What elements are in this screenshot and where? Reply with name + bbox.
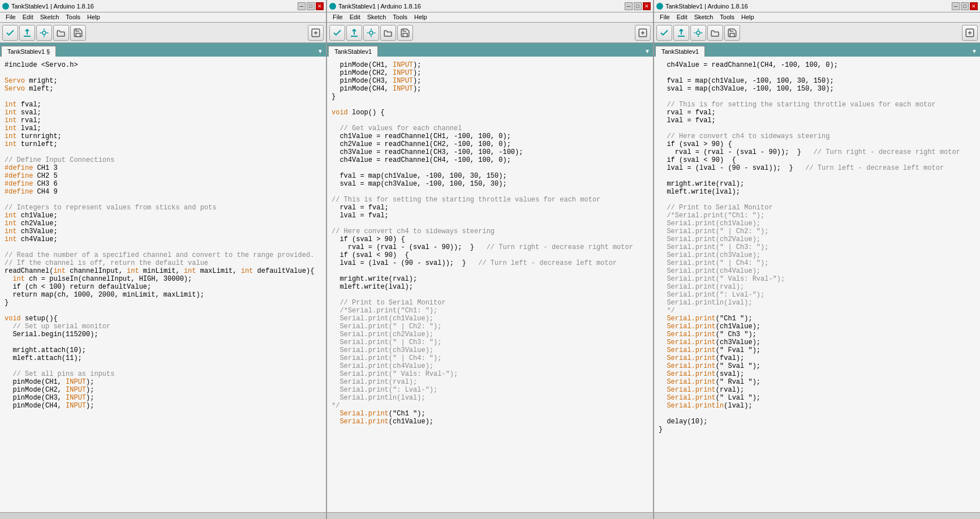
code-area-1[interactable]: #include <Servo.h> Servo mright; Servo m… bbox=[0, 57, 326, 512]
tab-1[interactable]: TankStablev1 § bbox=[1, 46, 56, 57]
open-btn-3[interactable] bbox=[707, 25, 723, 41]
scrollbar-h-2[interactable] bbox=[327, 512, 653, 519]
minimize-btn-2[interactable]: ─ bbox=[625, 2, 633, 10]
menu-bar-1: File Edit Sketch Tools Help bbox=[0, 12, 326, 23]
minimize-btn-1[interactable]: ─ bbox=[298, 2, 306, 10]
arduino-icon-1 bbox=[2, 3, 9, 10]
panes-wrapper: TankStablev1 | Arduino 1.8.16 ─ □ ✕ File… bbox=[0, 0, 980, 519]
tab-bar-2: TankStablev1 ▼ bbox=[327, 43, 653, 57]
upload-btn-2[interactable] bbox=[346, 25, 362, 41]
debug-btn-3[interactable] bbox=[690, 25, 706, 41]
title-controls-1: ─ □ ✕ bbox=[298, 2, 324, 10]
maximize-btn-3[interactable]: □ bbox=[961, 2, 969, 10]
menu-sketch-2[interactable]: Sketch bbox=[364, 13, 390, 22]
menu-tools-2[interactable]: Tools bbox=[389, 13, 411, 22]
maximize-btn-2[interactable]: □ bbox=[634, 2, 642, 10]
title-text-2: TankStablev1 | Arduino 1.8.16 bbox=[338, 3, 421, 10]
minimize-btn-3[interactable]: ─ bbox=[952, 2, 960, 10]
scrollbar-h-3[interactable] bbox=[654, 512, 980, 519]
serial-btn-1[interactable] bbox=[308, 25, 324, 41]
title-text-3: TankStablev1 | Arduino 1.8.16 bbox=[665, 3, 748, 10]
tab-2[interactable]: TankStablev1 bbox=[328, 46, 378, 57]
verify-btn-1[interactable] bbox=[2, 25, 18, 41]
close-btn-2[interactable]: ✕ bbox=[643, 2, 651, 10]
verify-btn-2[interactable] bbox=[329, 25, 345, 41]
toolbar-3 bbox=[654, 23, 980, 43]
tab-expand-3[interactable]: ▼ bbox=[969, 45, 980, 57]
debug-btn-2[interactable] bbox=[363, 25, 379, 41]
menu-tools-1[interactable]: Tools bbox=[62, 13, 84, 22]
menu-bar-2: File Edit Sketch Tools Help bbox=[327, 12, 653, 23]
app-container: TankStablev1 | Arduino 1.8.16 ─ □ ✕ File… bbox=[0, 0, 980, 519]
svg-point-12 bbox=[369, 31, 373, 35]
tab-3[interactable]: TankStablev1 bbox=[655, 46, 705, 57]
close-btn-1[interactable]: ✕ bbox=[316, 2, 324, 10]
menu-file-1[interactable]: File bbox=[2, 13, 19, 22]
pane-1: TankStablev1 | Arduino 1.8.16 ─ □ ✕ File… bbox=[0, 0, 327, 519]
scrollbar-h-1[interactable] bbox=[0, 512, 326, 519]
code-area-3[interactable]: ch4Value = readChannel(CH4, -100, 100, 0… bbox=[654, 57, 980, 512]
title-bar-2: TankStablev1 | Arduino 1.8.16 ─ □ ✕ bbox=[327, 0, 653, 12]
menu-file-2[interactable]: File bbox=[329, 13, 346, 22]
tab-expand-1[interactable]: ▼ bbox=[315, 45, 326, 57]
upload-btn-3[interactable] bbox=[673, 25, 689, 41]
open-btn-2[interactable] bbox=[380, 25, 396, 41]
serial-btn-2[interactable] bbox=[635, 25, 651, 41]
menu-edit-1[interactable]: Edit bbox=[19, 13, 37, 22]
tab-bar-3: TankStablev1 ▼ bbox=[654, 43, 980, 57]
upload-btn-1[interactable] bbox=[19, 25, 35, 41]
title-controls-3: ─ □ ✕ bbox=[952, 2, 978, 10]
toolbar-2 bbox=[327, 23, 653, 43]
menu-help-1[interactable]: Help bbox=[84, 13, 104, 22]
code-area-2[interactable]: pinMode(CH1, INPUT); pinMode(CH2, INPUT)… bbox=[327, 57, 653, 512]
menu-tools-3[interactable]: Tools bbox=[716, 13, 738, 22]
title-bar-1: TankStablev1 | Arduino 1.8.16 ─ □ ✕ bbox=[0, 0, 326, 12]
menu-help-2[interactable]: Help bbox=[411, 13, 431, 22]
arduino-icon-2 bbox=[329, 3, 336, 10]
menu-sketch-1[interactable]: Sketch bbox=[37, 13, 63, 22]
verify-btn-3[interactable] bbox=[656, 25, 672, 41]
close-btn-3[interactable]: ✕ bbox=[970, 2, 978, 10]
title-bar-3: TankStablev1 | Arduino 1.8.16 ─ □ ✕ bbox=[654, 0, 980, 12]
menu-edit-2[interactable]: Edit bbox=[346, 13, 364, 22]
save-btn-2[interactable] bbox=[397, 25, 413, 41]
save-btn-3[interactable] bbox=[724, 25, 740, 41]
maximize-btn-1[interactable]: □ bbox=[307, 2, 315, 10]
toolbar-1 bbox=[0, 23, 326, 43]
menu-sketch-3[interactable]: Sketch bbox=[691, 13, 717, 22]
menu-help-3[interactable]: Help bbox=[738, 13, 758, 22]
svg-point-22 bbox=[697, 31, 700, 35]
svg-point-2 bbox=[42, 31, 46, 35]
tab-bar-1: TankStablev1 § ▼ bbox=[0, 43, 326, 57]
open-btn-1[interactable] bbox=[53, 25, 69, 41]
menu-file-3[interactable]: File bbox=[656, 13, 673, 22]
menu-bar-3: File Edit Sketch Tools Help bbox=[654, 12, 980, 23]
debug-btn-1[interactable] bbox=[36, 25, 52, 41]
pane-3: TankStablev1 | Arduino 1.8.16 ─ □ ✕ File… bbox=[654, 0, 980, 519]
pane-2: TankStablev1 | Arduino 1.8.16 ─ □ ✕ File… bbox=[327, 0, 654, 519]
title-controls-2: ─ □ ✕ bbox=[625, 2, 651, 10]
title-text-1: TankStablev1 | Arduino 1.8.16 bbox=[11, 3, 94, 10]
menu-edit-3[interactable]: Edit bbox=[673, 13, 691, 22]
arduino-icon-3 bbox=[656, 3, 663, 10]
serial-btn-3[interactable] bbox=[962, 25, 978, 41]
save-btn-1[interactable] bbox=[70, 25, 86, 41]
tab-expand-2[interactable]: ▼ bbox=[642, 45, 653, 57]
